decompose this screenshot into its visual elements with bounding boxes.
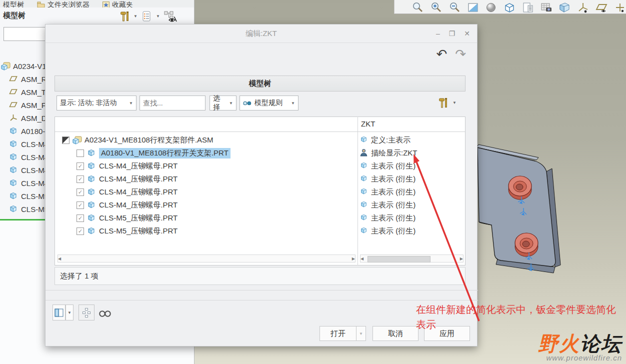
selection-status: 选择了 1 项 bbox=[54, 267, 466, 285]
view-manager-icon[interactable] bbox=[522, 1, 534, 14]
redo-icon[interactable]: ↷ bbox=[455, 46, 466, 62]
press-nut-2 bbox=[515, 233, 538, 256]
watermark-url: www.proewildfire.cn bbox=[538, 354, 622, 362]
rep-cell[interactable]: 描绘显示:ZKT bbox=[360, 146, 418, 160]
header-underline bbox=[55, 132, 465, 132]
pane-display-button[interactable] bbox=[52, 304, 66, 320]
cube-icon bbox=[360, 136, 370, 144]
row-checkbox[interactable]: ✓ bbox=[76, 176, 84, 183]
watermark-brand-left: 野火 bbox=[538, 332, 580, 354]
part-icon bbox=[9, 204, 19, 214]
row-checkbox[interactable]: ✓ bbox=[76, 214, 84, 222]
model-tree-row[interactable]: A0234-V1_ME8108行程支架部件.ASM bbox=[62, 134, 214, 146]
rep-cell[interactable]: 主表示 (衍生) bbox=[360, 212, 416, 224]
rep-cell[interactable]: 主表示 (衍生) bbox=[360, 172, 416, 186]
find-input[interactable] bbox=[140, 96, 206, 110]
part-icon bbox=[9, 192, 19, 200]
point-display-icon[interactable] bbox=[614, 1, 626, 14]
rep-horizontal-scrollbar[interactable]: ◀▶ bbox=[360, 254, 464, 262]
settings-caret[interactable]: ▼ bbox=[452, 100, 456, 105]
select-combo[interactable]: 选择▼ bbox=[210, 96, 236, 110]
capture-image-icon[interactable] bbox=[540, 1, 552, 14]
row-checkbox[interactable]: ✓ bbox=[76, 202, 84, 209]
settings-hammer-icon[interactable] bbox=[436, 96, 449, 109]
rep-cell[interactable]: 主表示 (衍生) bbox=[360, 160, 416, 172]
open-button[interactable]: 打开 bbox=[320, 326, 356, 341]
edit-zkt-dialog: 编辑:ZKT – ❐ ✕ ↶ ↷ 模型树 显示: 活动; 非活动▼ 选择▼ 模型… bbox=[45, 24, 478, 346]
pane-display-caret[interactable]: ▼ bbox=[66, 304, 74, 320]
repaint-icon[interactable] bbox=[466, 1, 479, 14]
datum-plane-icon bbox=[9, 74, 19, 84]
model-tree-row[interactable]: A0180-V1_ME8108行程开关支架.PRT bbox=[76, 146, 230, 160]
model-tree-row[interactable]: ✓CLS-M4_压铆螺母.PRT bbox=[76, 160, 178, 172]
glasses-icon bbox=[243, 100, 252, 106]
navigator-tab-1[interactable]: 文件夹浏览器 bbox=[37, 1, 90, 8]
cancel-button[interactable]: 取消 bbox=[372, 326, 418, 341]
model-tree-row[interactable]: ✓CLS-M4_压铆螺母.PRT bbox=[76, 198, 178, 212]
show-caret[interactable]: ▼ bbox=[156, 14, 160, 18]
maximize-icon[interactable]: ❐ bbox=[449, 30, 456, 38]
rep-cell[interactable]: 主表示 (衍生) bbox=[360, 186, 416, 198]
render-style-icon[interactable] bbox=[485, 1, 498, 14]
part-icon bbox=[9, 178, 19, 188]
axis-display-icon[interactable] bbox=[577, 1, 590, 14]
part-icon bbox=[9, 166, 19, 174]
press-nut-1 bbox=[508, 176, 532, 200]
named-views-icon[interactable] bbox=[558, 1, 571, 14]
dialog-titlebar[interactable]: 编辑:ZKT bbox=[46, 24, 477, 43]
zoom-in-icon[interactable] bbox=[430, 1, 442, 14]
dialog-window-buttons: – ❐ ✕ bbox=[436, 24, 470, 42]
rep-cell[interactable]: 定义:主表示 bbox=[360, 134, 410, 146]
assembly-icon bbox=[1, 62, 11, 70]
structure-tree-icon bbox=[80, 306, 93, 319]
model-tree-row[interactable]: ✓CLS-M5_压铆螺母.PRT bbox=[76, 224, 178, 238]
rep-cell[interactable]: 主表示 (衍生) bbox=[360, 224, 416, 238]
part-icon bbox=[9, 140, 19, 148]
zkt-column-header: ZKT bbox=[361, 120, 375, 128]
part-icon bbox=[9, 126, 19, 136]
settings-caret[interactable]: ▼ bbox=[134, 14, 138, 18]
part-icon bbox=[9, 152, 19, 162]
row-checkbox[interactable] bbox=[76, 150, 84, 157]
column-splitter[interactable] bbox=[358, 116, 358, 266]
undo-icon[interactable]: ↶ bbox=[436, 46, 447, 62]
show-list-icon[interactable] bbox=[140, 10, 153, 22]
minimize-icon[interactable]: – bbox=[436, 30, 440, 38]
row-checkbox[interactable]: ✓ bbox=[76, 228, 84, 235]
plane-display-icon[interactable] bbox=[596, 1, 608, 14]
row-checkbox[interactable]: ✓ bbox=[76, 188, 84, 196]
open-dropdown-button[interactable]: ▼ bbox=[356, 326, 366, 341]
row-checkbox[interactable] bbox=[62, 136, 70, 144]
close-icon[interactable]: ✕ bbox=[464, 30, 470, 38]
split-pane-icon bbox=[53, 306, 65, 319]
tree-filter-eye-icon[interactable] bbox=[163, 10, 178, 22]
sheet-metal-bracket-model bbox=[470, 140, 575, 290]
preview-binoculars-icon[interactable] bbox=[98, 308, 112, 320]
cube-icon bbox=[360, 200, 370, 210]
zoom-out-icon[interactable] bbox=[448, 1, 461, 14]
tree-settings-group: ▼ bbox=[436, 96, 456, 109]
model-tree-row[interactable]: ✓CLS-M5_压铆螺母.PRT bbox=[76, 212, 178, 224]
dialog-title: 编辑:ZKT bbox=[46, 24, 477, 42]
display-filter-combo[interactable]: 显示: 活动; 非活动▼ bbox=[56, 96, 136, 110]
annotation-text-line1: 在组件新建的简化表示中，钣金零件要选简化 bbox=[416, 303, 616, 316]
rep-cell[interactable]: 主表示 (衍生) bbox=[360, 198, 416, 212]
display-style-icon[interactable] bbox=[504, 1, 516, 14]
model-tree-panel-tools: ▼ ▼ bbox=[118, 10, 178, 22]
settings-hammer-icon[interactable] bbox=[118, 10, 130, 22]
cube-icon bbox=[360, 162, 370, 170]
model-tree-row[interactable]: ✓CLS-M4_压铆螺母.PRT bbox=[76, 186, 178, 198]
row-checkbox[interactable]: ✓ bbox=[76, 162, 84, 170]
undo-redo-group: ↶ ↷ bbox=[436, 46, 466, 62]
folder-icon bbox=[37, 2, 45, 8]
navigator-tab-2[interactable]: 收藏夹 bbox=[102, 1, 133, 8]
tree-horizontal-scrollbar[interactable]: ◀▶ bbox=[58, 254, 356, 262]
structure-filter-button[interactable] bbox=[78, 304, 94, 320]
part-icon bbox=[87, 188, 96, 196]
zoom-fit-icon[interactable] bbox=[412, 1, 424, 14]
scrollbar-thumb[interactable] bbox=[368, 256, 430, 262]
model-rules-combo[interactable]: 模型规则▼ bbox=[240, 96, 298, 110]
person-icon bbox=[360, 148, 370, 158]
navigator-tab-0[interactable]: 模型树 bbox=[3, 1, 24, 8]
model-tree-row[interactable]: ✓CLS-M4_压铆螺母.PRT bbox=[76, 172, 178, 186]
